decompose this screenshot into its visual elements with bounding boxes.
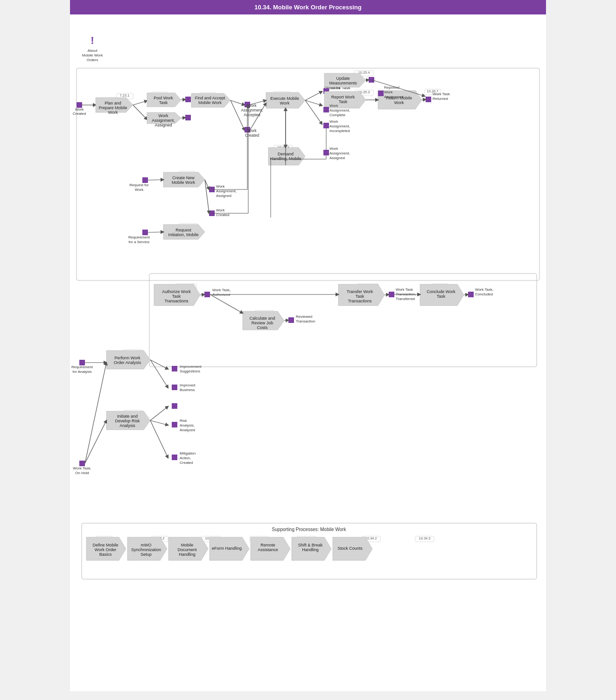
find-text-2: Mobile Work — [198, 100, 222, 105]
wtc-label1: Work Task, — [475, 287, 493, 292]
arrow-execute-right1 — [305, 91, 322, 100]
obj-event — [323, 88, 329, 94]
arrow-perform-impr1 — [150, 360, 168, 369]
objwt-badge: 10.25.4 area — [324, 73, 344, 77]
waa2-event — [323, 150, 329, 155]
calc-badge-rect — [255, 310, 273, 316]
sp3-text-2: Document — [177, 547, 197, 552]
conclude-text-1: Conclude Work — [427, 289, 455, 294]
calc-badge-text: 19.21.1 — [258, 310, 270, 315]
risk-chevron — [106, 411, 150, 430]
arrow-wtoh-perform — [85, 363, 106, 463]
wtc-event — [468, 292, 474, 297]
updmeas-text-1: Update — [336, 76, 350, 81]
page-header: 10.34. Mobile Work Order Processing — [70, 0, 546, 14]
rfw-label2: Work — [135, 188, 144, 192]
updmeas-event — [369, 77, 374, 83]
perform-text-2: Order Analysis — [114, 360, 141, 365]
pool-text-1: Pool Work — [154, 96, 173, 100]
conclude-text-2: Task — [437, 294, 446, 299]
arrow-return-ev — [422, 99, 426, 100]
work-created-label-2: Created — [73, 112, 86, 116]
execute-text-1: Execute Mobile — [270, 96, 299, 101]
diagram-svg: ! About Mobile Work Orders Work Created … — [70, 14, 546, 691]
rwa-label2: Work — [384, 90, 393, 94]
wai-label2: Assignment, — [329, 124, 350, 128]
arrow-risk-ma — [150, 420, 168, 458]
sp1-badge-rect — [96, 536, 112, 542]
return-badge-rect — [425, 89, 441, 95]
arrow-assign1-ev — [181, 118, 185, 118]
arrow-updmeas-ev — [366, 80, 369, 80]
assign1-event — [185, 115, 191, 120]
report-badge-text: 10.25.3 — [358, 90, 370, 94]
plan-badge-text: 7.23.1 — [120, 93, 130, 98]
mac-label3: Created — [180, 461, 193, 465]
create-ev2-label2: Created — [216, 213, 229, 217]
work-created2-event — [245, 127, 250, 133]
imprbiz-event — [172, 385, 177, 390]
wtoh-label2: On Hold — [75, 471, 89, 475]
create-ev2 — [209, 210, 215, 216]
create-ev1-label1: Work — [216, 184, 225, 189]
calc-chevron — [243, 311, 284, 330]
raa-label3: Analyzed — [180, 428, 195, 432]
arrow-plan-assign — [133, 105, 147, 119]
find-chevron — [191, 93, 231, 107]
arrow-wtoh-risk — [85, 420, 106, 463]
conclude-badge-text: 10.25.7 — [434, 284, 445, 288]
exclamation-icon: ! — [91, 35, 94, 46]
return-text-1: Return Mobile — [386, 96, 412, 100]
demand-text-2: Handling, Mobile — [270, 156, 301, 161]
find-badge-text: 10.26.1 — [202, 92, 213, 97]
wta-label2: Authorized — [212, 293, 230, 297]
wai-event — [323, 123, 329, 128]
arrow-plan-pool — [133, 101, 147, 105]
transfer-chevron — [338, 284, 385, 306]
arrow-rfw-create — [148, 180, 163, 180]
plan-text-3: Work — [108, 110, 118, 115]
plan-badge-rect — [117, 93, 133, 99]
perform-chevron — [106, 350, 150, 369]
work-created2-label-1: Work — [247, 128, 257, 133]
pool-event — [185, 97, 191, 102]
auth-chevron — [154, 284, 200, 306]
sp3-text-3: Handling — [179, 552, 196, 557]
create-text-2: Mobile Work — [172, 180, 195, 185]
rfs-label1: Requirement — [128, 235, 150, 239]
wac-label2: Assignment, — [329, 108, 350, 112]
sp7-badge-rect — [415, 536, 434, 542]
demand-badge-rect — [274, 145, 293, 151]
work-created2-label-2: Created — [245, 133, 259, 138]
pool-badge-rect — [151, 92, 168, 98]
objwt-region-text: Object for — [331, 81, 350, 85]
arrow-risk-wt — [150, 406, 168, 420]
accepted-label-3: Accepted — [244, 112, 260, 117]
sp2-text-3: Setup — [140, 552, 152, 557]
report-text-2: Task — [339, 99, 348, 104]
wttt-label3: Transferred — [396, 297, 415, 301]
wta-label1: Work Task, — [212, 288, 231, 292]
sp6-chevron — [292, 537, 331, 560]
create-text-1: Create New — [172, 175, 195, 180]
conclude-chevron — [420, 284, 464, 306]
sp2-badge-text: 7.23.2 — [155, 536, 165, 540]
rfa-label2: for Analysis — [73, 370, 92, 374]
sp1-chevron — [86, 537, 126, 560]
arrow-find-ev2 — [231, 100, 245, 130]
sp5-badge-text: 10.34.1 — [301, 536, 312, 540]
arrow-perform-impr2 — [150, 360, 168, 388]
arrow-create-ev1 — [205, 180, 209, 189]
updmeas-badge-rect — [355, 70, 373, 76]
sp4-chevron — [210, 537, 249, 560]
raa-label1: Risk — [180, 419, 188, 423]
support-section-border — [82, 523, 537, 579]
accepted-event — [245, 102, 250, 107]
updmeas-chevron — [324, 73, 366, 87]
wt-out-event — [172, 403, 177, 409]
wta-event — [204, 292, 210, 297]
accepted-label-1: Work — [247, 103, 257, 108]
wttt-label2: Transaction, — [396, 292, 416, 296]
execute-text-2: Work — [280, 101, 290, 105]
transfer-text-3: Transactions — [348, 299, 372, 303]
